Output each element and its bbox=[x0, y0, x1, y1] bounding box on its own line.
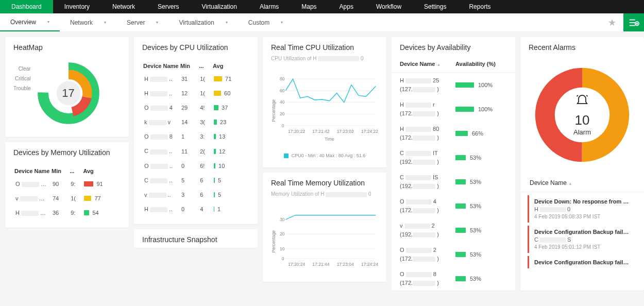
alarm-count: 10 bbox=[573, 112, 591, 128]
chevron-down-icon: ▾ bbox=[281, 20, 283, 25]
alarm-list-header[interactable]: Device Name▲ bbox=[520, 174, 644, 192]
chevron-down-icon: ▾ bbox=[156, 20, 158, 25]
table-row[interactable]: v .. 3 6 5 bbox=[143, 188, 248, 201]
subnav-overview[interactable]: Overview▾ bbox=[0, 13, 60, 31]
svg-text:17:20:22: 17:20:22 bbox=[288, 129, 305, 134]
sort-icon: ▲ bbox=[437, 62, 441, 67]
table-row[interactable]: O .. 0 6! 10 bbox=[143, 159, 248, 173]
chevron-down-icon: ▾ bbox=[226, 20, 228, 25]
svg-text:10: 10 bbox=[280, 246, 285, 251]
subnav-custom[interactable]: Custom▾ bbox=[238, 13, 293, 31]
heatmap-card: HeatMap Clear Critical Trouble 17 bbox=[5, 37, 129, 137]
table-row[interactable]: v … 74 1( 77 bbox=[14, 192, 120, 205]
svg-text:17:23:04: 17:23:04 bbox=[337, 262, 354, 267]
svg-text:20: 20 bbox=[280, 231, 285, 236]
col-availability[interactable]: Availability (%) bbox=[455, 61, 507, 67]
nav-maps[interactable]: Maps bbox=[290, 0, 328, 13]
rt-cpu-card: Real Time CPU Utilization CPU Utilizatio… bbox=[263, 37, 386, 167]
nav-inventory[interactable]: Inventory bbox=[53, 0, 101, 13]
chevron-down-icon: ▾ bbox=[47, 20, 49, 24]
alarm-item[interactable]: Device Down: No response from device f… … bbox=[528, 195, 637, 223]
bell-icon bbox=[573, 94, 591, 111]
recent-alarms-card: Recent Alarms 10 Alarm Device Name▲ Devi… bbox=[520, 37, 644, 291]
table-row[interactable]: H .. 31 1( 71 bbox=[143, 72, 248, 86]
table-row[interactable]: O 4 29 4! 37 bbox=[143, 101, 248, 114]
heatmap-count: 17 bbox=[62, 87, 74, 100]
sub-nav: Overview▾ Network▾ Server▾ Virtualizatio… bbox=[0, 13, 644, 32]
subnav-server[interactable]: Server▾ bbox=[116, 13, 168, 31]
alarm-item[interactable]: Device Configuration Backup failed for 1… bbox=[528, 256, 637, 268]
availability-row[interactable]: v 2(192. ) 53% bbox=[392, 218, 515, 242]
heatmap-donut[interactable]: 17 bbox=[35, 60, 102, 127]
top-nav: Dashboard Inventory Network Servers Virt… bbox=[0, 0, 644, 13]
card-title: Devices by Memory Utilization bbox=[5, 142, 129, 161]
cpu-util-table: Device Name Min ... Avg H .. 31 1( 71 H … bbox=[142, 60, 249, 217]
chevron-down-icon: ▾ bbox=[104, 20, 106, 25]
svg-text:0: 0 bbox=[282, 123, 284, 128]
svg-text:30: 30 bbox=[280, 217, 285, 222]
cpu-util-card: Devices by CPU Utilization Device Name M… bbox=[134, 37, 258, 224]
favorite-icon[interactable]: ★ bbox=[601, 17, 623, 28]
availability-row[interactable]: O 4(172. ) 53% bbox=[392, 194, 515, 218]
nav-dashboard[interactable]: Dashboard bbox=[0, 0, 53, 13]
nav-workflow[interactable]: Workflow bbox=[365, 0, 413, 13]
nav-reports[interactable]: Reports bbox=[457, 0, 502, 13]
table-row[interactable]: H .. 12 1( 60 bbox=[143, 87, 248, 100]
card-title: Devices by CPU Utilization bbox=[134, 37, 258, 56]
table-row[interactable]: k v 14 3( 23 bbox=[143, 115, 248, 129]
nav-network[interactable]: Network bbox=[101, 0, 146, 13]
availability-row[interactable]: H r(172. ) 100% bbox=[392, 97, 515, 121]
col-device-name[interactable]: Device Name▲ bbox=[400, 61, 455, 67]
availability-row[interactable]: C IT(192. ) 53% bbox=[392, 145, 515, 169]
chart-legend: CPU0 - Min : 40 Max : 80 Avg : 51.6 bbox=[271, 149, 378, 160]
svg-text:17:23:02: 17:23:02 bbox=[337, 129, 354, 134]
card-subtitle: Memory Utilization of H 0 bbox=[263, 191, 386, 201]
table-row[interactable]: O 8 1 3: 13 bbox=[143, 130, 248, 143]
card-title: Recent Alarms bbox=[520, 37, 644, 56]
availability-card: Devices by Availability Device Name▲ Ava… bbox=[392, 37, 515, 291]
table-row[interactable]: C .. 11 2( 12 bbox=[143, 144, 248, 158]
svg-text:40: 40 bbox=[280, 100, 285, 105]
alarms-donut[interactable]: 10 Alarm bbox=[533, 66, 631, 164]
svg-text:17:21:44: 17:21:44 bbox=[312, 262, 329, 267]
memory-util-table: Device Name Min ... Avg O … 90 9: 91 v …… bbox=[13, 165, 121, 220]
svg-text:17:21:42: 17:21:42 bbox=[312, 129, 329, 134]
svg-text:Percentage: Percentage bbox=[271, 230, 276, 253]
card-title: Real Time Memory Utilization bbox=[263, 173, 386, 191]
nav-settings[interactable]: Settings bbox=[413, 0, 457, 13]
alarm-label: Alarm bbox=[573, 128, 591, 136]
nav-servers[interactable]: Servers bbox=[146, 0, 190, 13]
table-row[interactable]: H … 36 9: 54 bbox=[14, 206, 120, 219]
rt-mem-card: Real Time Memory Utilization Memory Util… bbox=[263, 173, 386, 281]
svg-text:80: 80 bbox=[280, 76, 285, 81]
rt-mem-chart[interactable]: Percentage 30 20 10 0 17:20:24 17:21:44 … bbox=[271, 206, 378, 273]
memory-util-card: Devices by Memory Utilization Device Nam… bbox=[5, 142, 129, 228]
subnav-network[interactable]: Network▾ bbox=[60, 13, 116, 31]
table-row[interactable]: O … 90 9: 91 bbox=[14, 177, 120, 191]
svg-text:17:24:22: 17:24:22 bbox=[361, 129, 378, 134]
subnav-virtualization[interactable]: Virtualization▾ bbox=[168, 13, 238, 31]
alarm-item[interactable]: Device Configuration Backup failed for 1… bbox=[528, 226, 637, 253]
availability-row[interactable]: H 25(127. ) 100% bbox=[392, 73, 515, 97]
svg-text:20: 20 bbox=[280, 112, 285, 117]
nav-virtualization[interactable]: Virtualization bbox=[190, 0, 248, 13]
nav-alarms[interactable]: Alarms bbox=[248, 0, 290, 13]
svg-text:Time: Time bbox=[325, 137, 334, 142]
add-widget-button[interactable] bbox=[623, 13, 644, 31]
nav-apps[interactable]: Apps bbox=[328, 0, 365, 13]
dashboard-grid: HeatMap Clear Critical Trouble 17 bbox=[0, 32, 644, 296]
infra-snapshot-card: Infrastructure Snapshot bbox=[134, 229, 258, 248]
card-subtitle: CPU Utilization of H 0 bbox=[263, 56, 386, 65]
card-title: Devices by Availability bbox=[392, 37, 515, 56]
availability-row[interactable]: C IS(192. ) 53% bbox=[392, 169, 515, 194]
svg-text:Percentage: Percentage bbox=[271, 99, 276, 122]
availability-row[interactable]: H 80(172. ) 66% bbox=[392, 121, 515, 145]
sort-icon: ▲ bbox=[568, 181, 572, 186]
availability-row[interactable]: O 2(172. ) 53% bbox=[392, 242, 515, 266]
table-row[interactable]: C .. 5 6 5 bbox=[143, 174, 248, 187]
table-row[interactable]: H .. 0 4 1 bbox=[143, 202, 248, 216]
rt-cpu-chart[interactable]: Percentage 80 60 40 20 0 17:20:22 17:21:… bbox=[271, 70, 378, 147]
availability-row[interactable]: O 8(172. ) 53% bbox=[392, 266, 515, 291]
card-title: Infrastructure Snapshot bbox=[134, 229, 258, 248]
card-title: Real Time CPU Utilization bbox=[263, 37, 386, 56]
